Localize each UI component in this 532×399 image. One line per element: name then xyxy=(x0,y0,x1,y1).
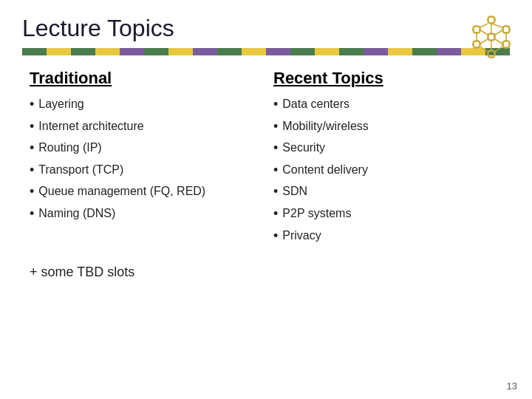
list-item: Layering xyxy=(30,97,259,113)
page-title: Lecture Topics xyxy=(22,15,510,42)
svg-rect-21 xyxy=(503,41,509,47)
svg-line-9 xyxy=(495,47,502,52)
slide: Lecture Topics Traditional Layering Inte… xyxy=(0,0,532,399)
traditional-heading: Traditional xyxy=(30,69,259,88)
page-number: 13 xyxy=(507,381,517,392)
svg-rect-22 xyxy=(488,51,494,57)
svg-line-18 xyxy=(480,30,488,35)
svg-line-10 xyxy=(480,47,488,52)
list-item: P2P systems xyxy=(273,206,502,222)
list-item: Privacy xyxy=(273,228,502,245)
svg-line-12 xyxy=(480,24,488,27)
list-item: Data centers xyxy=(273,97,502,113)
footer-text: + some TBD slots xyxy=(22,265,510,280)
recent-list: Data centers Mobility/wireless Security … xyxy=(273,97,502,244)
network-icon xyxy=(466,11,517,63)
list-item: Security xyxy=(273,140,502,157)
traditional-list: Layering Internet architecture Routing (… xyxy=(30,97,259,222)
svg-line-15 xyxy=(495,39,502,44)
list-item: Routing (IP) xyxy=(30,140,259,157)
color-bar xyxy=(22,48,510,55)
list-item: SDN xyxy=(273,184,502,200)
svg-rect-20 xyxy=(503,27,509,33)
list-item: Transport (TCP) xyxy=(30,163,259,179)
list-item: Mobility/wireless xyxy=(273,119,502,135)
svg-line-17 xyxy=(480,39,488,44)
svg-rect-19 xyxy=(488,17,494,23)
traditional-column: Traditional Layering Internet architectu… xyxy=(22,69,266,250)
list-item: Queue management (FQ, RED) xyxy=(30,184,259,200)
recent-heading: Recent Topics xyxy=(273,69,502,88)
svg-line-7 xyxy=(491,24,502,27)
list-item: Content delivery xyxy=(273,163,502,179)
list-item: Naming (DNS) xyxy=(30,206,259,222)
svg-rect-25 xyxy=(488,34,494,40)
svg-rect-24 xyxy=(474,27,480,33)
svg-rect-23 xyxy=(474,41,480,47)
svg-line-14 xyxy=(495,30,502,35)
recent-column: Recent Topics Data centers Mobility/wire… xyxy=(266,69,510,250)
list-item: Internet architecture xyxy=(30,119,259,135)
content-area: Traditional Layering Internet architectu… xyxy=(22,69,510,250)
